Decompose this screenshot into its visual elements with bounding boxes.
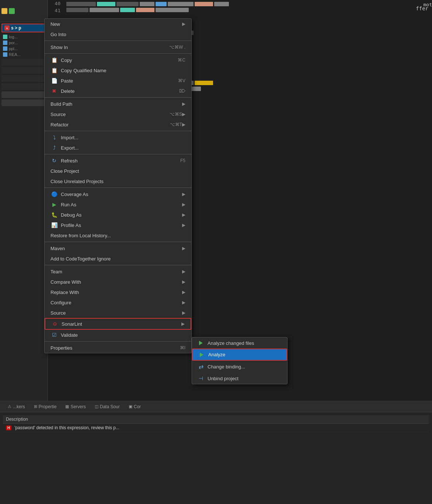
bottom-tabs: ⚠ ...kers ⊞ Propertie ▦ Servers ◫ Data S… <box>0 401 432 412</box>
sidebar-selected-item[interactable]: s s > p <box>1 24 46 32</box>
import-icon: ⤵ <box>50 134 58 140</box>
sidebar-file-icon-1 <box>3 35 7 39</box>
export-icon: ⤴ <box>50 145 58 151</box>
menu-item-export[interactable]: ⤴ Export... <box>45 143 191 153</box>
submenu-analyze[interactable]: Analyze <box>192 349 287 361</box>
submenu-unbind-project[interactable]: ⊣ Unbind project <box>192 373 287 384</box>
sidebar-item-por[interactable]: por... <box>0 40 48 46</box>
maven-arrow: ▶ <box>182 246 185 251</box>
menu-item-runas[interactable]: ▶ Run As ▶ <box>45 199 191 210</box>
menu-item-showin[interactable]: Show In ⌥⌘W . <box>45 42 191 52</box>
menu-item-restore[interactable]: Restore from Local History... <box>45 230 191 241</box>
copy-shortcut: ⌘C <box>178 57 185 63</box>
tab-datasource-icon: ◫ <box>95 404 98 409</box>
menu-item-delete[interactable]: ✖ Delete ⌦ <box>45 86 191 96</box>
buildpath-arrow: ▶ <box>182 101 185 106</box>
separator-2 <box>45 53 191 54</box>
menu-item-codetogether[interactable]: Add to CodeTogether Ignore <box>45 253 191 264</box>
menu-item-copy-qualified[interactable]: 📋 Copy Qualified Name <box>45 65 191 76</box>
description-text: 'password' detected in this expression, … <box>14 425 119 430</box>
tab-markers[interactable]: ⚠ ...kers <box>4 402 29 412</box>
menu-item-copy[interactable]: 📋 Copy ⌘C <box>45 55 191 65</box>
run-icon: ▶ <box>50 202 58 207</box>
sidebar-item-log[interactable]: log... <box>0 34 48 40</box>
delete-shortcut: ⌦ <box>179 88 185 94</box>
menu-item-source2[interactable]: Source ▶ <box>45 308 191 318</box>
separator-3 <box>45 97 191 98</box>
ffer-text: ffer <box>416 6 428 11</box>
play-triangle-2 <box>200 353 203 357</box>
sidebar-item-blurred-4 <box>1 83 46 90</box>
refresh-shortcut: F5 <box>180 158 185 163</box>
menu-item-validate[interactable]: ☑ Validate <box>45 330 191 340</box>
showin-shortcut: ⌥⌘W . <box>169 45 185 50</box>
refresh-icon: ↻ <box>50 158 58 164</box>
properties-shortcut: ⌘I <box>180 345 185 350</box>
tab-markers-icon: ⚠ <box>8 404 11 409</box>
sidebar-icon-1 <box>1 8 7 14</box>
menu-item-profileas[interactable]: 📊 Profile As ▶ <box>45 220 191 230</box>
menu-item-refactor[interactable]: Refactor ⌥⌘T ▶ <box>45 119 191 130</box>
sidebar-item-rea[interactable]: REA... <box>0 52 48 57</box>
validate-icon: ☑ <box>50 332 58 338</box>
line-numbers-area: 40 41 <box>48 0 63 14</box>
sonarlint-icon: ⊖ <box>51 321 59 327</box>
tab-data-sources[interactable]: ◫ Data Sour <box>91 402 124 412</box>
tab-cor[interactable]: ▣ Cor <box>125 402 145 412</box>
menu-item-team[interactable]: Team ▶ <box>45 266 191 277</box>
submenu-analyze-changed[interactable]: Analyze changed files <box>192 337 287 349</box>
menu-item-sonarlint[interactable]: ⊖ SonarLint ▶ <box>45 318 191 330</box>
sidebar-item-label-selected: s > p <box>11 25 21 31</box>
tab-servers-icon: ▦ <box>65 404 69 409</box>
menu-item-debugas[interactable]: 🐛 Debug As ▶ <box>45 210 191 220</box>
source-shortcut: ⌥⌘S <box>170 112 182 117</box>
menu-item-closeunrelated[interactable]: Close Unrelated Projects <box>45 176 191 186</box>
menu-item-closeproject[interactable]: Close Project <box>45 166 191 176</box>
tab-servers[interactable]: ▦ Servers <box>61 402 90 412</box>
sidebar-file-icon-2 <box>3 41 7 45</box>
line-40: 40 <box>48 0 63 7</box>
menu-item-properties[interactable]: Properties ⌘I <box>45 343 191 353</box>
sidebar-item-blurred-3 <box>1 75 46 82</box>
play-triangle-1 <box>199 341 203 345</box>
separator-7 <box>45 242 191 242</box>
menu-item-import[interactable]: ⤵ Import... <box>45 132 191 143</box>
menu-item-new[interactable]: New ▶ <box>45 19 191 29</box>
bottom-table-row[interactable]: H 'password' detected in this expression… <box>3 424 429 432</box>
menu-item-coverage[interactable]: 🔵 Coverage As ▶ <box>45 189 191 199</box>
debug-icon: 🐛 <box>50 212 58 218</box>
refactor-arrow: ▶ <box>182 122 185 127</box>
menu-item-replacewith[interactable]: Replace With ▶ <box>45 287 191 297</box>
separator-4 <box>45 131 191 131</box>
debugas-arrow: ▶ <box>182 212 185 217</box>
sidebar-item-blurred-5 <box>1 91 46 98</box>
copy-icon: 📋 <box>50 57 58 63</box>
menu-item-comparewith[interactable]: Compare With ▶ <box>45 277 191 287</box>
sidebar-item-blurred-6 <box>1 99 46 106</box>
menu-item-paste[interactable]: 📄 Paste ⌘V <box>45 76 191 86</box>
menu-item-gointo[interactable]: Go Into <box>45 29 191 39</box>
submenu-change-binding[interactable]: ⇄ Change binding... <box>192 361 287 373</box>
separator-9 <box>45 341 191 342</box>
profile-icon: 📊 <box>50 222 58 228</box>
menu-item-configure[interactable]: Configure ▶ <box>45 297 191 308</box>
sidebar-top <box>0 0 48 22</box>
context-menu: New ▶ Go Into Show In ⌥⌘W . 📋 Copy ⌘C 📋 … <box>44 18 192 353</box>
submenu: Analyze changed files Analyze ⇄ Change b… <box>192 337 288 384</box>
sidebar-item-ppl[interactable]: ppl... <box>0 46 48 52</box>
paste-icon: 📄 <box>50 78 58 84</box>
menu-item-refresh[interactable]: ↻ Refresh F5 <box>45 155 191 166</box>
comparewith-arrow: ▶ <box>182 279 185 284</box>
separator-8 <box>45 265 191 265</box>
bottom-panel: ⚠ ...kers ⊞ Propertie ▦ Servers ◫ Data S… <box>0 401 432 504</box>
tab-cor-icon: ▣ <box>129 404 132 409</box>
runas-arrow: ▶ <box>182 202 185 207</box>
menu-item-maven[interactable]: Maven ▶ <box>45 243 191 253</box>
menu-item-buildpath[interactable]: Build Path ▶ <box>45 99 191 109</box>
source2-arrow: ▶ <box>182 310 185 315</box>
new-arrow: ▶ <box>182 21 185 27</box>
change-binding-icon: ⇄ <box>197 363 205 370</box>
tab-properties[interactable]: ⊞ Propertie <box>30 402 61 412</box>
configure-arrow: ▶ <box>182 300 185 305</box>
menu-item-source[interactable]: Source ⌥⌘S ▶ <box>45 109 191 119</box>
